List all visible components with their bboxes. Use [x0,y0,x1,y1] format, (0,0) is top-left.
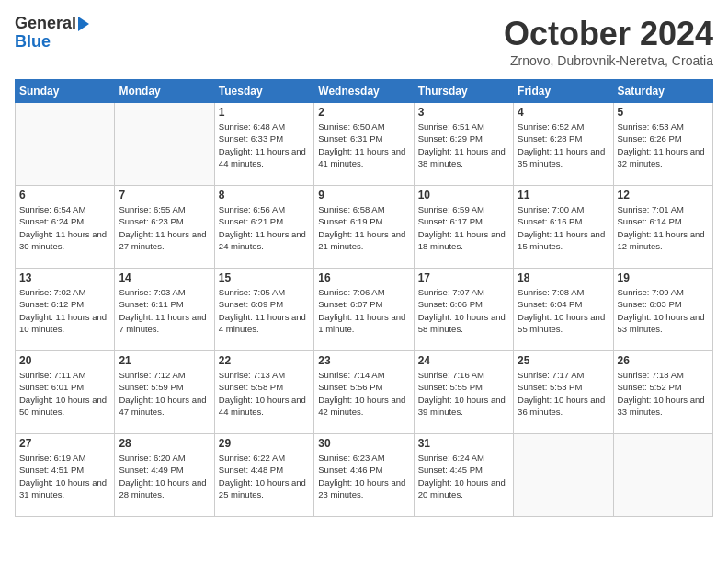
calendar-title: October 2024 [504,15,713,53]
weekday-header-wednesday: Wednesday [314,80,414,103]
day-number: 5 [618,106,709,119]
calendar-cell: 5Sunrise: 6:53 AMSunset: 6:26 PMDaylight… [613,103,712,186]
day-info: Sunrise: 7:02 AMSunset: 6:12 PMDaylight:… [19,286,110,335]
day-number: 20 [19,354,110,367]
weekday-header-sunday: Sunday [16,80,115,103]
day-info: Sunrise: 6:23 AMSunset: 4:46 PMDaylight:… [318,452,409,500]
logo: General Blue [15,15,89,52]
day-number: 28 [119,437,210,450]
calendar-cell [115,103,214,186]
day-number: 13 [19,271,110,284]
calendar-cell: 22Sunrise: 7:13 AMSunset: 5:58 PMDayligh… [214,351,313,434]
calendar-cell: 29Sunrise: 6:22 AMSunset: 4:48 PMDayligh… [214,434,313,517]
calendar-cell: 28Sunrise: 6:20 AMSunset: 4:49 PMDayligh… [115,434,214,517]
day-info: Sunrise: 7:06 AMSunset: 6:07 PMDaylight:… [318,286,409,335]
calendar-cell [613,434,712,517]
day-info: Sunrise: 6:51 AMSunset: 6:29 PMDaylight:… [418,121,509,169]
day-number: 19 [618,271,709,284]
calendar-cell: 4Sunrise: 6:52 AMSunset: 6:28 PMDaylight… [514,103,613,186]
weekday-header-saturday: Saturday [613,80,712,103]
day-info: Sunrise: 6:59 AMSunset: 6:17 PMDaylight:… [418,203,509,252]
logo-arrow-icon [78,17,89,31]
day-info: Sunrise: 6:19 AMSunset: 4:51 PMDaylight:… [19,452,110,500]
weekday-header-friday: Friday [514,80,613,103]
calendar-cell: 7Sunrise: 6:55 AMSunset: 6:23 PMDaylight… [115,186,214,269]
week-row-2: 6Sunrise: 6:54 AMSunset: 6:24 PMDaylight… [16,186,713,269]
calendar-cell [16,103,115,186]
day-info: Sunrise: 6:22 AMSunset: 4:48 PMDaylight:… [219,452,310,500]
day-info: Sunrise: 7:05 AMSunset: 6:09 PMDaylight:… [219,286,310,335]
day-info: Sunrise: 7:16 AMSunset: 5:55 PMDaylight:… [418,369,509,418]
day-info: Sunrise: 7:13 AMSunset: 5:58 PMDaylight:… [219,369,310,418]
day-info: Sunrise: 6:55 AMSunset: 6:23 PMDaylight:… [119,203,210,252]
day-number: 30 [318,437,409,450]
page-header: General Blue October 2024 Zrnovo, Dubrov… [15,15,713,68]
week-row-5: 27Sunrise: 6:19 AMSunset: 4:51 PMDayligh… [16,434,713,517]
day-number: 15 [219,271,310,284]
calendar-subtitle: Zrnovo, Dubrovnik-Neretva, Croatia [504,53,713,68]
day-info: Sunrise: 7:12 AMSunset: 5:59 PMDaylight:… [119,369,210,418]
calendar-cell: 1Sunrise: 6:48 AMSunset: 6:33 PMDaylight… [214,103,313,186]
calendar-cell: 15Sunrise: 7:05 AMSunset: 6:09 PMDayligh… [214,269,313,351]
day-number: 29 [219,437,310,450]
calendar-cell [514,434,613,517]
week-row-4: 20Sunrise: 7:11 AMSunset: 6:01 PMDayligh… [16,351,713,434]
calendar-cell: 31Sunrise: 6:24 AMSunset: 4:45 PMDayligh… [414,434,513,517]
day-number: 18 [518,271,609,284]
calendar-cell: 24Sunrise: 7:16 AMSunset: 5:55 PMDayligh… [414,351,513,434]
day-info: Sunrise: 7:01 AMSunset: 6:14 PMDaylight:… [618,203,709,252]
day-number: 17 [418,271,509,284]
day-info: Sunrise: 6:48 AMSunset: 6:33 PMDaylight:… [219,121,310,169]
day-info: Sunrise: 7:08 AMSunset: 6:04 PMDaylight:… [518,286,609,335]
day-info: Sunrise: 6:20 AMSunset: 4:49 PMDaylight:… [119,452,210,500]
calendar-cell: 26Sunrise: 7:18 AMSunset: 5:52 PMDayligh… [613,351,712,434]
calendar-cell: 20Sunrise: 7:11 AMSunset: 6:01 PMDayligh… [16,351,115,434]
calendar-cell: 6Sunrise: 6:54 AMSunset: 6:24 PMDaylight… [16,186,115,269]
calendar-cell: 10Sunrise: 6:59 AMSunset: 6:17 PMDayligh… [414,186,513,269]
day-number: 10 [418,189,509,201]
day-info: Sunrise: 7:18 AMSunset: 5:52 PMDaylight:… [618,369,709,418]
calendar-cell: 23Sunrise: 7:14 AMSunset: 5:56 PMDayligh… [314,351,414,434]
calendar-cell: 19Sunrise: 7:09 AMSunset: 6:03 PMDayligh… [613,269,712,351]
day-number: 1 [219,106,310,119]
day-number: 26 [618,354,709,367]
day-number: 22 [219,354,310,367]
day-info: Sunrise: 6:52 AMSunset: 6:28 PMDaylight:… [518,121,609,169]
day-number: 23 [318,354,409,367]
day-info: Sunrise: 6:24 AMSunset: 4:45 PMDaylight:… [418,452,509,500]
day-info: Sunrise: 6:53 AMSunset: 6:26 PMDaylight:… [618,121,709,169]
calendar-cell: 17Sunrise: 7:07 AMSunset: 6:06 PMDayligh… [414,269,513,351]
calendar-cell: 21Sunrise: 7:12 AMSunset: 5:59 PMDayligh… [115,351,214,434]
weekday-header-monday: Monday [115,80,214,103]
day-number: 27 [19,437,110,450]
calendar-cell: 14Sunrise: 7:03 AMSunset: 6:11 PMDayligh… [115,269,214,351]
day-number: 24 [418,354,509,367]
calendar-cell: 9Sunrise: 6:58 AMSunset: 6:19 PMDaylight… [314,186,414,269]
day-number: 14 [119,271,210,284]
calendar-cell: 13Sunrise: 7:02 AMSunset: 6:12 PMDayligh… [16,269,115,351]
calendar-cell: 11Sunrise: 7:00 AMSunset: 6:16 PMDayligh… [514,186,613,269]
day-info: Sunrise: 7:17 AMSunset: 5:53 PMDaylight:… [518,369,609,418]
day-number: 2 [318,106,409,119]
calendar-cell: 12Sunrise: 7:01 AMSunset: 6:14 PMDayligh… [613,186,712,269]
day-number: 7 [119,189,210,201]
day-info: Sunrise: 6:58 AMSunset: 6:19 PMDaylight:… [318,203,409,252]
calendar-cell: 30Sunrise: 6:23 AMSunset: 4:46 PMDayligh… [314,434,414,517]
calendar-cell: 27Sunrise: 6:19 AMSunset: 4:51 PMDayligh… [16,434,115,517]
day-number: 16 [318,271,409,284]
weekday-header-thursday: Thursday [414,80,513,103]
week-row-1: 1Sunrise: 6:48 AMSunset: 6:33 PMDaylight… [16,103,713,186]
day-number: 11 [518,189,609,201]
day-number: 3 [418,106,509,119]
day-info: Sunrise: 7:09 AMSunset: 6:03 PMDaylight:… [618,286,709,335]
day-info: Sunrise: 6:56 AMSunset: 6:21 PMDaylight:… [219,203,310,252]
logo-blue: Blue [15,33,51,52]
calendar-cell: 8Sunrise: 6:56 AMSunset: 6:21 PMDaylight… [214,186,313,269]
calendar-cell: 2Sunrise: 6:50 AMSunset: 6:31 PMDaylight… [314,103,414,186]
logo-general: General [15,15,76,33]
day-number: 21 [119,354,210,367]
calendar-cell: 16Sunrise: 7:06 AMSunset: 6:07 PMDayligh… [314,269,414,351]
weekday-header-row: SundayMondayTuesdayWednesdayThursdayFrid… [16,80,713,103]
day-number: 31 [418,437,509,450]
calendar-cell: 25Sunrise: 7:17 AMSunset: 5:53 PMDayligh… [514,351,613,434]
